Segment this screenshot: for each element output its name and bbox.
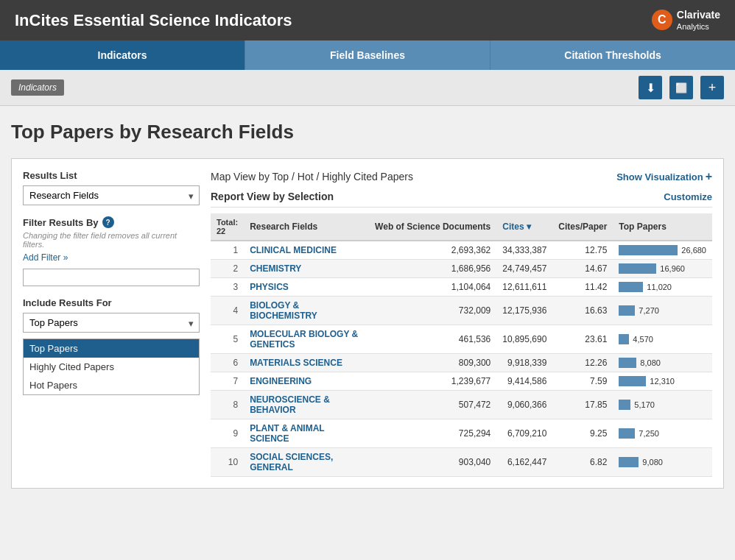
top-papers-4: 4,570: [613, 325, 712, 354]
clarivate-logo-icon: C: [652, 10, 672, 30]
bar-label-8: 7,250: [639, 429, 659, 438]
dropdown-option-hot-papers[interactable]: Hot Papers: [24, 376, 199, 394]
total-value: 22: [217, 227, 225, 235]
map-view-title: Map View by Top / Hot / Highly Cited Pap…: [211, 171, 413, 182]
field-name-5[interactable]: MATERIALS SCIENCE: [244, 354, 369, 372]
field-name-6[interactable]: ENGINEERING: [244, 372, 369, 391]
cpp-1: 14.67: [552, 260, 613, 278]
include-label: Include Results For: [23, 297, 200, 308]
tab-field-baselines[interactable]: Field Baselines: [245, 40, 490, 70]
logo-name: Clarivate: [677, 8, 720, 21]
top-papers-6: 12,310: [613, 372, 712, 391]
row-num-4: 5: [211, 325, 244, 354]
top-papers-1: 16,960: [613, 260, 712, 278]
bar-label-5: 8,080: [640, 358, 661, 367]
toolbar-icons: ⬇ ⬜ +: [639, 76, 724, 99]
field-name-2[interactable]: PHYSICS: [244, 278, 369, 297]
customize-button[interactable]: Customize: [664, 191, 712, 202]
total-label: Total:: [217, 218, 238, 227]
cites-3: 12,175,936: [496, 297, 552, 325]
add-filter-link[interactable]: Add Filter »: [23, 252, 200, 263]
cites-0: 34,333,387: [496, 241, 552, 260]
wos-docs-2: 1,104,064: [369, 278, 496, 297]
page-title: Top Papers by Research Fields: [11, 121, 724, 143]
dropdown-option-top-papers[interactable]: Top Papers: [24, 339, 199, 358]
row-num-3: 4: [211, 297, 244, 325]
bar-1: [619, 263, 656, 274]
wos-docs-7: 507,472: [369, 391, 496, 419]
cpp-5: 12.26: [552, 354, 613, 372]
field-name-0[interactable]: CLINICAL MEDICINE: [244, 241, 369, 260]
row-num-6: 7: [211, 372, 244, 391]
row-num-5: 6: [211, 354, 244, 372]
cpp-0: 12.75: [552, 241, 613, 260]
col-wos-docs: Web of Science Documents: [369, 213, 496, 241]
results-list-label: Results List: [23, 170, 200, 181]
col-total: Total: 22: [211, 213, 244, 241]
wos-docs-6: 1,239,677: [369, 372, 496, 391]
bar-7: [619, 400, 630, 410]
tab-citation-thresholds[interactable]: Citation Thresholds: [490, 40, 735, 70]
field-name-4[interactable]: MOLECULAR BIOLOGY & GENETICS: [244, 325, 369, 354]
content-area: Map View by Top / Hot / Highly Cited Pap…: [211, 170, 712, 477]
row-num-9: 10: [211, 448, 244, 477]
col-cites[interactable]: Cites ▾: [496, 213, 552, 241]
field-name-8[interactable]: PLANT & ANIMAL SCIENCE: [244, 419, 369, 448]
field-name-1[interactable]: CHEMISTRY: [244, 260, 369, 278]
bar-label-0: 26,680: [681, 246, 706, 255]
wos-docs-0: 2,693,362: [369, 241, 496, 260]
include-select-wrapper: Top Papers Highly Cited Papers Hot Paper…: [23, 313, 200, 333]
app-header: InCites Essential Science Indicators C C…: [0, 0, 735, 40]
filter-input[interactable]: [23, 269, 200, 286]
layout: Results List Research Fields Authors Ins…: [11, 158, 724, 489]
cites-1: 24,749,457: [496, 260, 552, 278]
col-top-papers: Top Papers: [613, 213, 712, 241]
table-row: 1 CLINICAL MEDICINE 2,693,362 34,333,387…: [211, 241, 712, 260]
cites-7: 9,060,366: [496, 391, 552, 419]
show-visualization-button[interactable]: Show Visualization +: [616, 170, 712, 183]
cites-8: 6,709,210: [496, 419, 552, 448]
table-row: 4 BIOLOGY & BIOCHEMISTRY 732,009 12,175,…: [211, 297, 712, 325]
include-select[interactable]: Top Papers Highly Cited Papers Hot Paper…: [23, 313, 200, 333]
field-name-3[interactable]: BIOLOGY & BIOCHEMISTRY: [244, 297, 369, 325]
app-title: InCites Essential Science Indicators: [15, 11, 292, 30]
add-view-button[interactable]: +: [700, 76, 724, 99]
table-row: 6 MATERIALS SCIENCE 809,300 9,918,339 12…: [211, 354, 712, 372]
bar-9: [619, 457, 639, 467]
cpp-3: 16.63: [552, 297, 613, 325]
dropdown-option-highly-cited[interactable]: Highly Cited Papers: [24, 358, 199, 376]
field-name-9[interactable]: SOCIAL SCIENCES, GENERAL: [244, 448, 369, 477]
cpp-6: 7.59: [552, 372, 613, 391]
bar-label-9: 9,080: [642, 458, 663, 467]
row-num-8: 9: [211, 419, 244, 448]
report-view-bar: Report View by Selection Customize: [211, 191, 712, 208]
bar-label-6: 12,310: [650, 377, 675, 386]
row-num-1: 2: [211, 260, 244, 278]
table-row: 8 NEUROSCIENCE & BEHAVIOR 507,472 9,060,…: [211, 391, 712, 419]
tab-indicators[interactable]: Indicators: [0, 40, 245, 70]
bar-0: [619, 245, 678, 255]
table-container: Total: 22 Research Fields Web of Science…: [211, 213, 712, 477]
filter-help-icon[interactable]: ?: [102, 216, 114, 228]
data-table: Total: 22 Research Fields Web of Science…: [211, 213, 712, 477]
cpp-2: 11.42: [552, 278, 613, 297]
wos-docs-5: 809,300: [369, 354, 496, 372]
bar-2: [619, 282, 643, 292]
bar-label-7: 5,170: [634, 400, 655, 409]
bar-label-3: 7,270: [639, 306, 659, 315]
plus-icon: +: [706, 170, 712, 183]
clarivate-logo: C Clarivate Analytics: [652, 8, 720, 32]
row-num-7: 8: [211, 391, 244, 419]
cites-5: 9,918,339: [496, 354, 552, 372]
bar-label-4: 4,570: [633, 335, 653, 344]
download-button[interactable]: ⬇: [639, 76, 662, 99]
results-list-select[interactable]: Research Fields Authors Institutions Cou…: [23, 185, 200, 205]
wos-docs-8: 725,294: [369, 419, 496, 448]
share-button[interactable]: ⬜: [669, 76, 693, 99]
bar-8: [619, 428, 635, 439]
top-papers-9: 9,080: [613, 448, 712, 477]
table-row: 10 SOCIAL SCIENCES, GENERAL 903,040 6,16…: [211, 448, 712, 477]
nav-tabs: Indicators Field Baselines Citation Thre…: [0, 40, 735, 70]
cites-2: 12,611,611: [496, 278, 552, 297]
field-name-7[interactable]: NEUROSCIENCE & BEHAVIOR: [244, 391, 369, 419]
